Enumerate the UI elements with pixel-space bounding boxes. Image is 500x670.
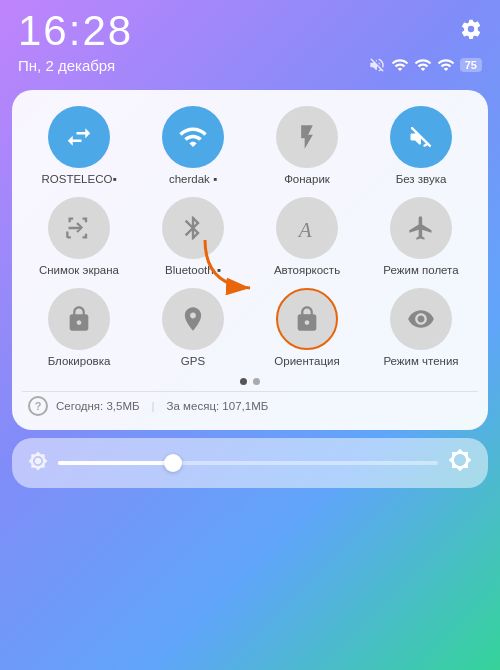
tile-lock-icon (48, 288, 110, 350)
tile-silent-label: Без звука (396, 173, 447, 187)
tile-airplane[interactable]: Режим полета (371, 197, 471, 278)
data-month: За месяц: 107,1МБ (167, 400, 269, 412)
wifi-status-icon (437, 56, 455, 74)
mute-small-icon (368, 56, 386, 74)
orange-arrow-icon (195, 230, 285, 295)
brightness-low-icon (28, 451, 48, 476)
tile-lock-label: Блокировка (48, 355, 111, 369)
tile-silent-icon (390, 106, 452, 168)
brightness-bar[interactable] (12, 438, 488, 488)
tiles-row3: Блокировка GPS (22, 288, 478, 369)
brightness-track[interactable] (58, 461, 438, 465)
data-info-icon: ? (28, 396, 48, 416)
tile-screenshot[interactable]: Снимок экрана (29, 197, 129, 278)
tile-screenshot-icon (48, 197, 110, 259)
tile-reading-icon (390, 288, 452, 350)
tile-rostelekom-icon (48, 106, 110, 168)
tile-autobright-icon: A (276, 197, 338, 259)
clock: 16:28 (18, 10, 133, 52)
tile-reading-label: Режим чтения (383, 355, 458, 369)
tile-flashlight-icon (276, 106, 338, 168)
tile-rostelekom[interactable]: ROSTELECO▪ (29, 106, 129, 187)
tile-cherdak-label: cherdak ▪ (169, 173, 217, 187)
tile-rostelekom-label: ROSTELECO▪ (41, 173, 116, 187)
tile-orientation[interactable]: Ориентация (257, 288, 357, 369)
tile-reading[interactable]: Режим чтения (371, 288, 471, 369)
tile-flashlight[interactable]: Фонарик (257, 106, 357, 187)
quick-panel: ROSTELECO▪ cherdak ▪ Фонарик (12, 90, 488, 430)
tile-lock[interactable]: Блокировка (29, 288, 129, 369)
dot-2 (253, 378, 260, 385)
brightness-high-icon (448, 448, 472, 478)
tile-cherdak-icon (162, 106, 224, 168)
gear-icon[interactable] (460, 18, 482, 40)
date-row: Пн, 2 декабря 75 (0, 56, 500, 84)
status-bar: 16:28 (0, 0, 500, 56)
data-usage-bar: ? Сегодня: 3,5МБ | За месяц: 107,1МБ (22, 391, 478, 416)
tile-flashlight-label: Фонарик (284, 173, 330, 187)
battery-badge: 75 (460, 58, 482, 72)
tile-silent[interactable]: Без звука (371, 106, 471, 187)
tile-gps-label: GPS (181, 355, 205, 369)
tile-gps[interactable]: GPS (143, 288, 243, 369)
pagination (22, 378, 478, 385)
date-text: Пн, 2 декабря (18, 57, 115, 74)
data-sep: | (152, 400, 155, 412)
svg-text:A: A (297, 218, 312, 242)
status-icons (460, 18, 482, 40)
brightness-thumb[interactable] (164, 454, 182, 472)
brightness-fill (58, 461, 172, 465)
signal1-icon (391, 56, 409, 74)
tile-airplane-label: Режим полета (383, 264, 458, 278)
data-today: Сегодня: 3,5МБ (56, 400, 140, 412)
dot-1 (240, 378, 247, 385)
tile-orientation-icon (276, 288, 338, 350)
signal-group: 75 (368, 56, 482, 74)
signal2-icon (414, 56, 432, 74)
active-tiles-row: ROSTELECO▪ cherdak ▪ Фонарик (22, 106, 478, 187)
tile-screenshot-label: Снимок экрана (39, 264, 119, 278)
tile-airplane-icon (390, 197, 452, 259)
tile-gps-icon (162, 288, 224, 350)
tile-orientation-label: Ориентация (274, 355, 339, 369)
tile-cherdak[interactable]: cherdak ▪ (143, 106, 243, 187)
